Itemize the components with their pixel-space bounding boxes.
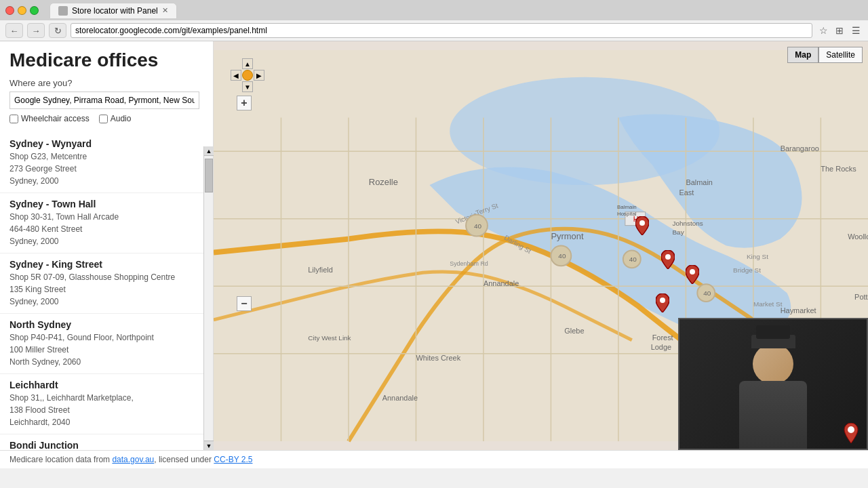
store-item-wynyard[interactable]: Sydney - Wynyard Shop G23, Metcentre273 … [0,133,213,193]
bookmark-icon[interactable]: ☆ [816,24,830,37]
menu-icon[interactable]: ☰ [849,24,863,37]
marker-kingst[interactable] [686,265,699,287]
location-input[interactable] [9,92,199,109]
svg-text:40: 40 [629,256,637,263]
audio-checkbox[interactable] [99,115,108,123]
store-address: Shop G23, Metcentre273 George StreetSydn… [9,150,203,187]
nav-right[interactable]: ▶ [254,70,264,81]
svg-text:Barangaroo: Barangaroo [781,144,819,152]
svg-text:Market St: Market St [753,300,783,308]
store-item-bondijunction[interactable]: Bondi Junction Shop 5-6, Tiffany Pl... [0,434,213,450]
svg-text:Forest: Forest [652,333,673,342]
store-address: Shop 31,, Leichhardt Marketplace,138 Flo… [9,392,203,428]
webcam-overlay [678,318,868,450]
zoom-out-icon[interactable]: − [237,296,252,311]
store-list[interactable]: Sydney - Wynyard Shop G23, Metcentre273 … [0,129,213,450]
reload-button[interactable]: ↻ [49,23,66,38]
footer-link-ccby[interactable]: CC-BY 2.5 [214,455,252,464]
store-item-leichhardt[interactable]: Leichhardt Shop 31,, Leichhardt Marketpl… [0,374,213,434]
title-bar: Store locator with Panel ✕ [0,0,868,20]
close-button[interactable] [5,6,14,15]
svg-text:City West Link: City West Link [308,334,351,342]
scroll-down-arrow[interactable]: ▼ [204,441,214,450]
svg-text:The Rocks: The Rocks [821,165,856,173]
marker-northsydney[interactable] [656,293,669,315]
store-item-kingstreet[interactable]: Sydney - King Street Shop 5R 07-09, Glas… [0,253,213,314]
svg-text:King St: King St [747,253,768,260]
svg-text:40: 40 [558,252,566,260]
active-tab[interactable]: Store locator with Panel ✕ [50,3,177,18]
svg-text:Johnstons: Johnstons [672,220,703,227]
svg-text:40: 40 [703,289,711,297]
svg-text:Haymarket: Haymarket [781,306,816,314]
svg-text:Balmain: Balmain [617,204,637,210]
zoom-out-button[interactable]: − [237,296,252,311]
store-item-northsydney[interactable]: North Sydney Shop P40-P41, Gound Floor, … [0,314,213,374]
audio-label: Audio [111,114,132,123]
maximize-button[interactable] [30,6,39,15]
svg-text:Pyrmont: Pyrmont [551,231,584,241]
svg-text:40: 40 [474,222,482,230]
address-bar[interactable]: storelocator.googlecode.com/git/examples… [71,23,812,38]
scroll-up-arrow[interactable]: ▲ [204,146,214,156]
svg-text:Lodge: Lodge [651,343,671,351]
svg-text:Sydenham Rd: Sydenham Rd [450,260,488,267]
panel-header: Medicare offices Where are you? Wheelcha… [0,41,213,129]
marker-townhall[interactable] [661,250,675,272]
map-container[interactable]: Rozelle Lilyfield Pyrmont Glebe Forest L… [214,41,868,450]
store-address: Shop 5R 07-09, Glasshouse Shopping Centr… [9,271,203,308]
wheelchair-checkbox[interactable] [9,115,18,123]
person-body [739,381,807,449]
store-address: Shop P40-P41, Gound Floor, Northpoint100… [9,331,203,368]
audio-filter[interactable]: Audio [99,114,132,123]
url-text: storelocator.googlecode.com/git/examples… [75,26,267,35]
where-label: Where are you? [9,78,203,88]
satellite-button[interactable]: Satellite [818,47,863,63]
svg-text:Woolloomooloo: Woolloomooloo [848,232,868,241]
wheelchair-label: Wheelchair access [21,114,90,123]
store-name: Sydney - King Street [9,259,203,270]
zoom-in-icon[interactable]: + [237,96,252,110]
scroll-thumb[interactable] [205,159,213,192]
tab-title: Store locator with Panel [72,6,158,16]
left-panel: Medicare offices Where are you? Wheelcha… [0,41,214,450]
svg-text:East: East [679,188,694,197]
person-head [753,344,793,384]
svg-text:Bridge St: Bridge St [733,266,761,274]
webcam-video [679,319,867,449]
page-inner: Medicare offices Where are you? Wheelcha… [0,41,868,450]
nav-down[interactable]: ▼ [242,81,253,92]
svg-text:Balmain: Balmain [686,178,713,186]
store-name: Leichhardt [9,380,203,390]
zoom-in-button[interactable]: + [237,96,252,110]
scrollbar-track[interactable]: ▲ ▼ [203,146,213,450]
wheelchair-filter[interactable]: Wheelchair access [9,114,90,123]
extensions-icon[interactable]: ⊞ [833,24,846,37]
svg-point-45 [690,269,695,274]
footer-text: Medicare location data from [9,455,112,464]
nav-center[interactable] [242,70,253,81]
footer-link-datagov[interactable]: data.gov.au [112,455,154,464]
store-item-townhall[interactable]: Sydney - Town Hall Shop 30-31, Town Hall… [0,193,213,253]
svg-point-47 [848,426,854,433]
nav-up[interactable]: ▲ [242,58,253,69]
marker-wynyard[interactable] [635,216,649,238]
svg-text:Annandale: Annandale [382,394,418,402]
tab-close-icon[interactable]: ✕ [162,6,168,15]
tab-favicon [58,6,68,16]
browser-chrome: Store locator with Panel ✕ ← → ↻ storelo… [0,0,868,41]
nav-icons: ☆ ⊞ ☰ [816,24,863,37]
back-button[interactable]: ← [5,23,23,38]
nav-left[interactable]: ◀ [231,70,241,81]
forward-button[interactable]: → [27,23,45,38]
svg-text:Whites Creek: Whites Creek [416,354,460,362]
page-title: Medicare offices [9,49,203,71]
map-button[interactable]: Map [787,47,818,63]
tab-bar: Store locator with Panel ✕ [44,3,182,18]
page-content: Medicare offices Where are you? Wheelcha… [0,41,868,468]
svg-text:Bay: Bay [672,228,684,236]
store-name: North Sydney [9,319,203,330]
svg-text:Lilyfield: Lilyfield [308,266,332,274]
minimize-button[interactable] [18,6,26,15]
store-name: Sydney - Wynyard [9,138,203,149]
